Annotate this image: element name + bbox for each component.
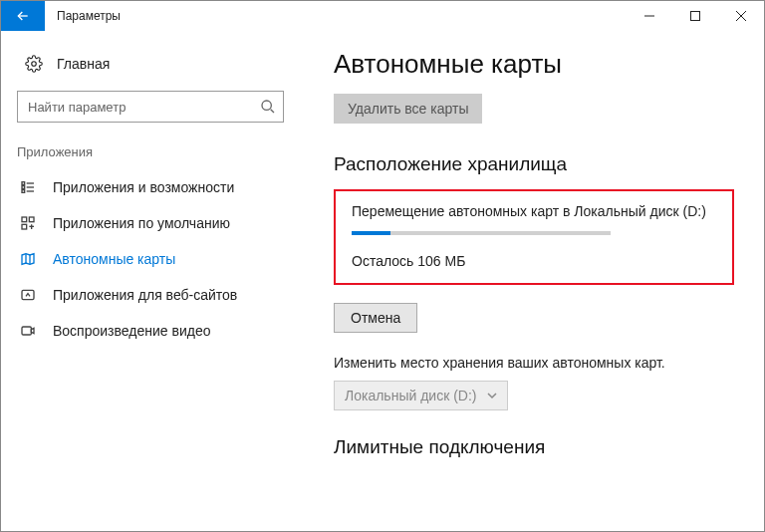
defaults-icon (19, 215, 37, 231)
back-button[interactable] (1, 1, 45, 31)
link-icon (19, 287, 37, 303)
moving-text: Перемещение автономных карт в Локальный … (352, 203, 716, 219)
nav-item-label: Автономные карты (53, 251, 175, 267)
svg-rect-0 (691, 12, 700, 21)
svg-rect-3 (22, 182, 25, 185)
svg-rect-7 (29, 217, 34, 222)
minimize-icon (644, 11, 654, 21)
close-icon (736, 11, 746, 21)
svg-rect-10 (22, 327, 31, 335)
svg-rect-5 (22, 190, 25, 193)
sidebar: Главная Приложения Приложения и возможно… (1, 31, 300, 531)
svg-rect-8 (22, 224, 27, 229)
gear-icon (25, 55, 43, 73)
dropdown-value: Локальный диск (D:) (345, 388, 477, 403)
change-location-desc: Изменить место хранения ваших автономных… (334, 355, 734, 371)
list-icon (19, 179, 37, 195)
nav-item-label: Приложения по умолчанию (53, 215, 230, 231)
remaining-text: Осталось 106 МБ (352, 253, 716, 269)
nav-home-label: Главная (57, 56, 110, 72)
svg-point-2 (262, 101, 271, 110)
nav-apps-features[interactable]: Приложения и возможности (1, 169, 300, 205)
nav-offline-maps[interactable]: Автономные карты (1, 241, 300, 277)
nav-default-apps[interactable]: Приложения по умолчанию (1, 205, 300, 241)
video-icon (19, 323, 37, 339)
delete-maps-button[interactable]: Удалить все карты (334, 94, 482, 124)
page-heading: Автономные карты (334, 49, 734, 80)
svg-point-1 (32, 62, 37, 67)
nav-home[interactable]: Главная (1, 53, 300, 91)
close-button[interactable] (718, 1, 764, 31)
window-title: Параметры (45, 1, 132, 31)
svg-rect-6 (22, 217, 27, 222)
maximize-button[interactable] (672, 1, 718, 31)
nav-video-playback[interactable]: Воспроизведение видео (1, 313, 300, 349)
svg-rect-9 (22, 290, 34, 299)
content-area: Главная Приложения Приложения и возможно… (1, 31, 764, 531)
search-wrap (17, 91, 284, 123)
highlight-box: Перемещение автономных карт в Локальный … (334, 189, 734, 285)
nav-item-label: Приложения для веб-сайтов (53, 287, 237, 303)
arrow-left-icon (15, 8, 31, 24)
maximize-icon (690, 11, 700, 21)
nav-item-label: Воспроизведение видео (53, 323, 210, 339)
storage-location-dropdown[interactable]: Локальный диск (D:) (334, 381, 508, 410)
metered-heading: Лимитные подключения (334, 436, 734, 458)
titlebar-spacer (132, 1, 627, 31)
progress-fill (352, 231, 390, 235)
storage-heading: Расположение хранилища (334, 153, 734, 175)
svg-rect-4 (22, 186, 25, 189)
map-icon (19, 251, 37, 267)
search-icon (260, 99, 276, 115)
nav-apps-websites[interactable]: Приложения для веб-сайтов (1, 277, 300, 313)
main-panel: Автономные карты Удалить все карты Распо… (300, 31, 764, 531)
cancel-button[interactable]: Отмена (334, 303, 417, 333)
titlebar: Параметры (1, 1, 764, 31)
search-input[interactable] (17, 91, 284, 123)
chevron-down-icon (487, 391, 497, 400)
sidebar-section-label: Приложения (1, 144, 300, 169)
progress-bar (352, 231, 611, 235)
minimize-button[interactable] (627, 1, 672, 31)
nav-item-label: Приложения и возможности (53, 179, 234, 195)
